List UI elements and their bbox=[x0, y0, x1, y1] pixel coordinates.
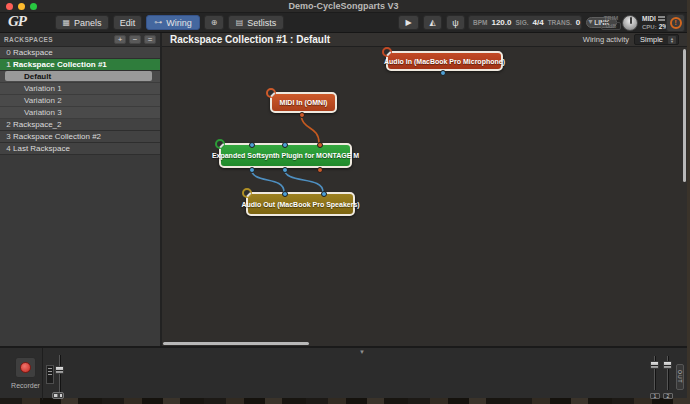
block-midi-in[interactable]: MIDI In (OMNI) bbox=[270, 92, 337, 113]
wires-layer bbox=[162, 47, 687, 346]
variation-item-2[interactable]: Variation 2 bbox=[0, 95, 160, 107]
variation-label: Variation 2 bbox=[24, 96, 62, 105]
add-rackspace-button[interactable]: + bbox=[114, 35, 126, 44]
canvas-title: Rackspace Collection #1 : Default bbox=[170, 34, 583, 45]
panic-button[interactable]: ! bbox=[666, 14, 685, 32]
trans-value[interactable]: 0 bbox=[576, 18, 580, 27]
panic-icon: ! bbox=[670, 17, 682, 29]
wiring-button[interactable]: ⊶ Wiring bbox=[146, 15, 200, 30]
rackspace-item-1-selected[interactable]: 1 Rackspace Collection #1 bbox=[0, 59, 160, 71]
window-title: Demo-CycleSongparts V3 bbox=[0, 1, 687, 11]
pencil-icon bbox=[219, 143, 224, 148]
block-audio-in[interactable]: Audio In (MacBook Pro Microphone) bbox=[386, 51, 503, 71]
plugin-audio-input-port-1[interactable] bbox=[249, 142, 255, 148]
edit-button[interactable]: Edit bbox=[113, 15, 142, 30]
bpm-label: BPM bbox=[473, 19, 487, 26]
rackspace-item-2[interactable]: 2 Rackspace_2 bbox=[0, 119, 160, 131]
select-arrows-icon: ▲▼ bbox=[668, 36, 676, 44]
play-icon: ▶ bbox=[405, 18, 411, 27]
midi-in-output-port[interactable] bbox=[299, 112, 305, 118]
rackspace-index: 2 bbox=[4, 120, 13, 129]
block-edit-badge[interactable] bbox=[242, 188, 252, 198]
rackspaces-sidebar: RACKSPACES + − = 0 Rackspace 1 Rackspace… bbox=[0, 33, 162, 346]
horizontal-scrollbar[interactable] bbox=[163, 342, 309, 345]
rackspace-label: Last Rackspace bbox=[13, 144, 70, 153]
pencil-icon bbox=[386, 51, 391, 56]
trim-control[interactable]: TRIM 0dB bbox=[601, 15, 621, 30]
master-volume-knob[interactable] bbox=[622, 15, 638, 31]
sig-value[interactable]: 4/4 bbox=[533, 18, 544, 27]
metronome-button[interactable]: ◭ bbox=[423, 15, 442, 30]
block-plugin[interactable]: Expanded Softsynth Plugin for MONTAGE M bbox=[219, 143, 352, 168]
variation-item-3[interactable]: Variation 3 bbox=[0, 107, 160, 119]
wiring-activity-label: Wiring activity bbox=[583, 35, 629, 44]
record-icon bbox=[20, 362, 31, 373]
transport-dropdown-icon[interactable]: ▼ bbox=[587, 18, 594, 25]
bottom-panel: ▼ Recorder 1 2 OUT bbox=[0, 346, 687, 398]
remove-rackspace-button[interactable]: − bbox=[129, 35, 141, 44]
trans-label: TRANS. bbox=[548, 19, 572, 26]
metronome-icon: ◭ bbox=[429, 18, 435, 27]
panels-label: Panels bbox=[74, 18, 102, 28]
wiring-activity-select[interactable]: Simple ▲▼ bbox=[634, 34, 679, 45]
midi-label: MIDI bbox=[642, 15, 656, 22]
rackspace-label: Rackspace Collection #2 bbox=[13, 132, 101, 141]
global-rackspace-button[interactable]: ⊕ bbox=[204, 15, 224, 30]
edit-label: Edit bbox=[120, 18, 136, 28]
wiring-label: Wiring bbox=[166, 18, 192, 28]
input-fader-handle[interactable] bbox=[55, 366, 64, 374]
pencil-icon bbox=[270, 92, 275, 97]
audio-out-input-port-2[interactable] bbox=[321, 191, 327, 197]
panels-button[interactable]: ▦ Panels bbox=[55, 15, 109, 30]
titlebar[interactable]: Demo-CycleSongparts V3 bbox=[0, 0, 687, 13]
block-edit-badge[interactable] bbox=[266, 88, 276, 98]
variation-item-1[interactable]: Variation 1 bbox=[0, 83, 160, 95]
trim-label: TRIM bbox=[601, 15, 621, 21]
plugin-audio-output-port-2[interactable] bbox=[282, 167, 288, 173]
plugin-midi-input-port[interactable] bbox=[317, 142, 323, 148]
bpm-value[interactable]: 120.0 bbox=[491, 18, 511, 27]
rackspace-item-4[interactable]: 4 Last Rackspace bbox=[0, 143, 160, 155]
transport-panel: BPM 120.0 SIG. 4/4 TRANS. 0 LINK bbox=[468, 15, 582, 30]
rackspace-label: Rackspace bbox=[13, 48, 53, 57]
gig-performer-logo: GP bbox=[8, 13, 26, 30]
setlists-button[interactable]: ▤ Setlists bbox=[228, 15, 284, 30]
plugin-audio-input-port-2[interactable] bbox=[282, 142, 288, 148]
block-edit-badge[interactable] bbox=[215, 139, 225, 149]
rackspace-item-3[interactable]: 3 Rackspace Collection #2 bbox=[0, 131, 160, 143]
variation-item-default[interactable]: Default bbox=[0, 71, 160, 83]
vertical-scrollbar[interactable] bbox=[683, 49, 686, 182]
toolbar: GP ▦ Panels Edit ⊶ Wiring ⊕ ▤ Setlists ▶ bbox=[0, 13, 687, 33]
midi-wire[interactable] bbox=[301, 113, 319, 143]
block-label: MIDI In (OMNI) bbox=[280, 99, 328, 106]
output-fader-2-handle[interactable] bbox=[663, 361, 672, 369]
wiring-canvas[interactable]: Audio In (MacBook Pro Microphone) MIDI I… bbox=[162, 47, 687, 346]
plugin-audio-output-port-1[interactable] bbox=[249, 167, 255, 173]
canvas-header: Rackspace Collection #1 : Default Wiring… bbox=[162, 33, 687, 47]
output-channel-1-label: 1 bbox=[650, 393, 660, 399]
rackspace-index: 1 bbox=[4, 60, 13, 69]
audio-out-input-port-1[interactable] bbox=[282, 191, 288, 197]
rackspace-index: 4 bbox=[4, 144, 13, 153]
desktop-background: Demo-CycleSongparts V3 GP ▦ Panels Edit … bbox=[0, 0, 690, 404]
sig-label: SIG. bbox=[515, 19, 528, 26]
output-fader-1-handle[interactable] bbox=[650, 361, 659, 369]
variation-label: Default bbox=[24, 72, 51, 81]
rackspace-index: 3 bbox=[4, 132, 13, 141]
panels-icon: ▦ bbox=[62, 18, 70, 27]
audio-in-output-port[interactable] bbox=[440, 70, 446, 76]
audio-wire-1[interactable] bbox=[251, 168, 284, 192]
block-edit-badge[interactable] bbox=[382, 47, 392, 57]
wiring-icon: ⊶ bbox=[154, 18, 162, 27]
rackspace-item-0[interactable]: 0 Rackspace bbox=[0, 47, 160, 59]
pan-control[interactable] bbox=[52, 392, 64, 399]
tuner-button[interactable]: ψ bbox=[446, 15, 465, 30]
rackspace-menu-button[interactable]: = bbox=[144, 35, 156, 44]
collapse-panel-icon[interactable]: ▼ bbox=[359, 349, 365, 355]
block-label: Audio Out (MacBook Pro Speakers) bbox=[241, 201, 359, 208]
recorder-button[interactable] bbox=[15, 357, 36, 378]
play-button[interactable]: ▶ bbox=[398, 15, 419, 30]
plugin-midi-output-port[interactable] bbox=[317, 167, 323, 173]
cpu-label: CPU: bbox=[642, 24, 657, 30]
block-audio-out[interactable]: Audio Out (MacBook Pro Speakers) bbox=[246, 192, 355, 216]
